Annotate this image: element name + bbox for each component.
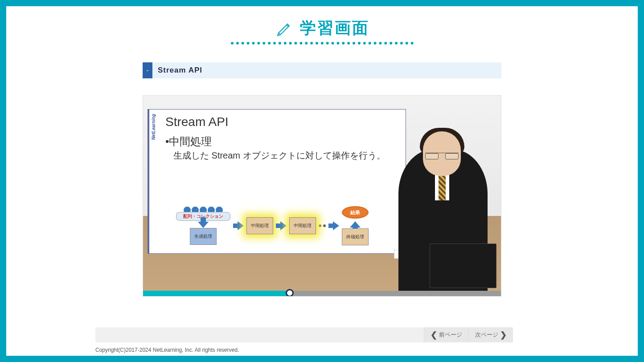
diagram-terminal: 結果 終端処理 — [342, 206, 369, 245]
page-header: 学習画面 — [6, 6, 638, 45]
nav-spacer — [95, 327, 424, 342]
pencil-icon — [275, 19, 293, 38]
chevron-left-icon: ❮ — [431, 330, 437, 340]
laptop-icon — [430, 244, 496, 288]
copyright-text: Copyright(C)2017-2024 NetLearning, Inc. … — [95, 347, 239, 353]
diagram-intermediate-box-2: 中間処理 — [289, 217, 316, 234]
prev-page-button[interactable]: ❮ 前ページ — [424, 327, 468, 342]
lesson-title: Stream API — [152, 62, 501, 78]
video-player[interactable]: NetLearning Stream API •中間処理 生成した Stream… — [143, 95, 501, 297]
presentation-slide: NetLearning Stream API •中間処理 生成した Stream… — [148, 109, 406, 254]
diagram-source: 配列・コレクション 生成処理 — [176, 207, 230, 245]
slide-bullet-desc: 生成した Stream オブジェクトに対して操作を行う。 — [165, 150, 398, 162]
arrow-up-icon — [350, 221, 361, 228]
header-underline — [231, 42, 414, 45]
lesson-accent: - — [143, 62, 152, 78]
diagram-generate-box: 生成処理 — [190, 228, 217, 245]
slide-bullet-label: •中間処理 — [165, 134, 398, 149]
slide-brand: NetLearning — [151, 114, 156, 140]
next-page-button[interactable]: 次ページ ❯ — [468, 327, 513, 342]
presenter-figure — [398, 131, 501, 296]
diagram-terminal-box: 終端処理 — [342, 228, 369, 245]
content-area: - Stream API NetLearning Stream API •中間処… — [143, 62, 501, 297]
page-navigation: ❮ 前ページ 次ページ ❯ — [95, 327, 513, 342]
video-progress-bar[interactable] — [143, 291, 501, 296]
next-page-label: 次ページ — [475, 331, 498, 339]
diagram-intermediate-box-1: 中間処理 — [246, 217, 273, 234]
arrow-right-icon — [280, 221, 287, 230]
video-progress-handle[interactable] — [286, 289, 294, 297]
video-content: NetLearning Stream API •中間処理 生成した Stream… — [143, 96, 501, 296]
chevron-right-icon: ❯ — [500, 330, 507, 340]
lesson-title-bar: - Stream API — [143, 62, 501, 78]
ellipsis-icon — [319, 224, 326, 227]
arrow-down-icon — [198, 222, 209, 228]
page-title: 学習画面 — [300, 17, 369, 39]
diagram-result-oval: 結果 — [342, 206, 369, 219]
slide-title: Stream API — [165, 115, 398, 129]
prev-page-label: 前ページ — [439, 331, 462, 339]
pipeline-diagram: 配列・コレクション 生成処理 中間処理 中間処理 結果 — [176, 206, 369, 245]
arrow-right-icon — [238, 221, 244, 230]
video-progress-fill — [143, 291, 290, 296]
arrow-right-icon — [333, 221, 339, 230]
